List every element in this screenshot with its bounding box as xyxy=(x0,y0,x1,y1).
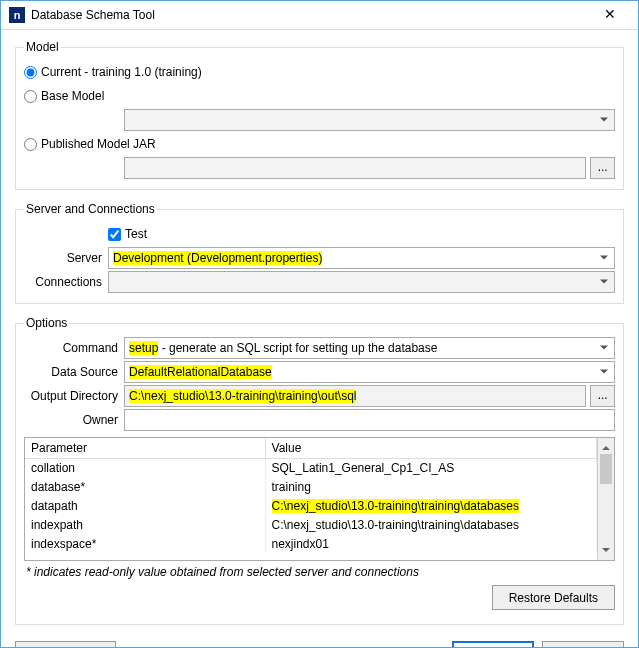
radio-published-jar-input[interactable] xyxy=(24,138,37,151)
server-label: Server xyxy=(24,251,108,265)
params-table-wrap: Parameter Value collationSQL_Latin1_Gene… xyxy=(24,437,615,561)
advanced-button[interactable]: Advanced>> xyxy=(15,641,116,648)
titlebar: n Database Schema Tool ✕ xyxy=(1,1,638,30)
value-cell[interactable]: nexjindx01 xyxy=(265,534,596,553)
base-model-select[interactable] xyxy=(124,109,615,131)
cancel-button[interactable]: Cancel xyxy=(542,641,624,648)
col-value[interactable]: Value xyxy=(265,438,596,458)
run-button[interactable]: Run xyxy=(452,641,534,648)
datasource-select[interactable]: DefaultRelationalDatabase xyxy=(124,361,615,383)
table-row[interactable]: indexspace*nexjindx01 xyxy=(25,534,597,553)
server-connections-legend: Server and Connections xyxy=(24,202,157,216)
connections-label: Connections xyxy=(24,275,108,289)
browse-icon: ... xyxy=(598,388,608,402)
table-row[interactable]: indexpathC:\nexj_studio\13.0-training\tr… xyxy=(25,515,597,534)
connections-select[interactable] xyxy=(108,271,615,293)
output-dir-field[interactable]: C:\nexj_studio\13.0-training\training\ou… xyxy=(124,385,586,407)
model-group: Model Current - training 1.0 (training) … xyxy=(15,40,624,190)
param-cell: database* xyxy=(25,477,265,496)
command-label: Command xyxy=(24,341,124,355)
output-dir-label: Output Directory xyxy=(24,389,124,403)
radio-published-jar[interactable]: Published Model JAR xyxy=(24,135,156,153)
browse-icon: ... xyxy=(598,160,608,174)
command-select[interactable]: setup - generate an SQL script for setti… xyxy=(124,337,615,359)
table-row[interactable]: collationSQL_Latin1_General_Cp1_CI_AS xyxy=(25,458,597,477)
radio-base-model-label: Base Model xyxy=(41,89,104,103)
server-connections-group: Server and Connections Test Server Devel… xyxy=(15,202,624,304)
test-checkbox-input[interactable] xyxy=(108,228,121,241)
radio-base-model[interactable]: Base Model xyxy=(24,87,104,105)
app-icon: n xyxy=(9,7,25,23)
radio-current-model-input[interactable] xyxy=(24,66,37,79)
radio-current-model[interactable]: Current - training 1.0 (training) xyxy=(24,63,202,81)
test-checkbox[interactable]: Test xyxy=(108,225,147,243)
command-value-rest: - generate an SQL script for setting up … xyxy=(158,341,437,355)
options-footnote: * indicates read-only value obtained fro… xyxy=(26,565,613,579)
command-value-prefix: setup xyxy=(129,341,158,355)
published-jar-browse-button[interactable]: ... xyxy=(590,157,615,179)
options-group: Options Command setup - generate an SQL … xyxy=(15,316,624,625)
param-cell: datapath xyxy=(25,496,265,515)
model-legend: Model xyxy=(24,40,61,54)
table-row[interactable]: datapathC:\nexj_studio\13.0-training\tra… xyxy=(25,496,597,515)
params-scrollbar[interactable] xyxy=(597,438,614,560)
param-cell: indexpath xyxy=(25,515,265,534)
value-cell[interactable]: training xyxy=(265,477,596,496)
value-cell[interactable]: C:\nexj_studio\13.0-training\training\da… xyxy=(265,496,596,515)
output-dir-browse-button[interactable]: ... xyxy=(590,385,615,407)
value-cell[interactable]: SQL_Latin1_General_Cp1_CI_AS xyxy=(265,458,596,477)
owner-label: Owner xyxy=(24,413,124,427)
owner-input[interactable] xyxy=(124,409,615,431)
published-jar-path xyxy=(124,157,586,179)
scrollbar-thumb[interactable] xyxy=(600,454,612,484)
datasource-label: Data Source xyxy=(24,365,124,379)
params-table: Parameter Value collationSQL_Latin1_Gene… xyxy=(25,438,597,553)
server-value: Development (Development.properties) xyxy=(113,251,322,265)
restore-defaults-button[interactable]: Restore Defaults xyxy=(492,585,615,610)
dialog-footer: Advanced>> Run Cancel xyxy=(1,631,638,648)
param-cell: collation xyxy=(25,458,265,477)
table-row[interactable]: database*training xyxy=(25,477,597,496)
radio-published-jar-label: Published Model JAR xyxy=(41,137,156,151)
radio-base-model-input[interactable] xyxy=(24,90,37,103)
window-title: Database Schema Tool xyxy=(31,8,590,22)
output-dir-value: C:\nexj_studio\13.0-training\training\ou… xyxy=(129,389,356,403)
param-cell: indexspace* xyxy=(25,534,265,553)
server-select[interactable]: Development (Development.properties) xyxy=(108,247,615,269)
close-button[interactable]: ✕ xyxy=(590,1,630,29)
options-legend: Options xyxy=(24,316,69,330)
value-cell[interactable]: C:\nexj_studio\13.0-training\training\da… xyxy=(265,515,596,534)
test-checkbox-label: Test xyxy=(125,227,147,241)
radio-current-model-label: Current - training 1.0 (training) xyxy=(41,65,202,79)
col-parameter[interactable]: Parameter xyxy=(25,438,265,458)
datasource-value: DefaultRelationalDatabase xyxy=(129,365,272,379)
